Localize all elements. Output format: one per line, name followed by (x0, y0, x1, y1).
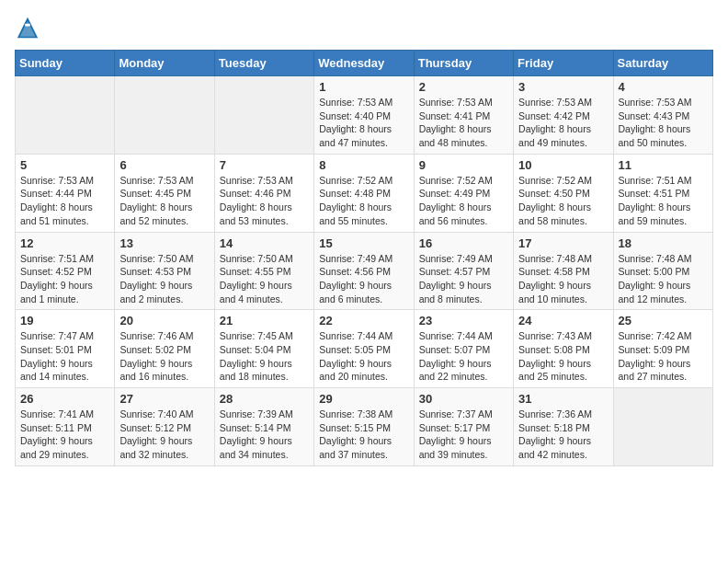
calendar-cell: 11Sunrise: 7:51 AM Sunset: 4:51 PM Dayli… (613, 154, 712, 232)
weekday-header-thursday: Thursday (414, 51, 513, 76)
day-info: Sunrise: 7:53 AM Sunset: 4:46 PM Dayligh… (220, 174, 309, 228)
calendar-cell (115, 76, 214, 155)
day-info: Sunrise: 7:51 AM Sunset: 4:52 PM Dayligh… (20, 252, 109, 306)
day-info: Sunrise: 7:52 AM Sunset: 4:49 PM Dayligh… (419, 174, 508, 228)
logo-icon (15, 15, 40, 40)
calendar-cell: 3Sunrise: 7:53 AM Sunset: 4:42 PM Daylig… (514, 76, 613, 155)
calendar-cell: 9Sunrise: 7:52 AM Sunset: 4:49 PM Daylig… (414, 154, 513, 232)
day-info: Sunrise: 7:53 AM Sunset: 4:45 PM Dayligh… (119, 174, 209, 228)
calendar-cell: 19Sunrise: 7:47 AM Sunset: 5:01 PM Dayli… (16, 310, 115, 388)
day-info: Sunrise: 7:52 AM Sunset: 4:48 PM Dayligh… (319, 174, 408, 228)
weekday-header-wednesday: Wednesday (314, 51, 414, 76)
day-number: 22 (319, 314, 408, 327)
calendar-header: SundayMondayTuesdayWednesdayThursdayFrid… (16, 51, 713, 76)
day-info: Sunrise: 7:48 AM Sunset: 5:00 PM Dayligh… (619, 252, 708, 306)
calendar-cell: 17Sunrise: 7:48 AM Sunset: 4:58 PM Dayli… (514, 232, 613, 310)
day-info: Sunrise: 7:43 AM Sunset: 5:08 PM Dayligh… (518, 329, 608, 384)
calendar-cell: 24Sunrise: 7:43 AM Sunset: 5:08 PM Dayli… (514, 310, 613, 388)
calendar-cell: 20Sunrise: 7:46 AM Sunset: 5:02 PM Dayli… (115, 310, 214, 388)
day-number: 28 (220, 392, 309, 406)
day-number: 21 (220, 314, 309, 327)
day-number: 18 (619, 236, 708, 250)
calendar-week-3: 12Sunrise: 7:51 AM Sunset: 4:52 PM Dayli… (16, 232, 713, 310)
calendar-cell: 21Sunrise: 7:45 AM Sunset: 5:04 PM Dayli… (214, 310, 313, 388)
day-number: 30 (419, 392, 508, 406)
calendar-cell: 31Sunrise: 7:36 AM Sunset: 5:18 PM Dayli… (514, 388, 613, 466)
day-info: Sunrise: 7:48 AM Sunset: 4:58 PM Dayligh… (518, 252, 608, 306)
calendar-cell (16, 76, 115, 155)
calendar-cell: 26Sunrise: 7:41 AM Sunset: 5:11 PM Dayli… (16, 388, 115, 466)
day-info: Sunrise: 7:53 AM Sunset: 4:43 PM Dayligh… (619, 96, 708, 150)
calendar-cell: 4Sunrise: 7:53 AM Sunset: 4:43 PM Daylig… (613, 76, 712, 155)
day-info: Sunrise: 7:44 AM Sunset: 5:07 PM Dayligh… (419, 329, 508, 384)
calendar-cell: 18Sunrise: 7:48 AM Sunset: 5:00 PM Dayli… (613, 232, 712, 310)
day-number: 19 (20, 314, 109, 327)
day-number: 8 (319, 158, 408, 172)
day-info: Sunrise: 7:46 AM Sunset: 5:02 PM Dayligh… (119, 329, 209, 384)
calendar-cell: 14Sunrise: 7:50 AM Sunset: 4:55 PM Dayli… (214, 232, 313, 310)
page-header (15, 15, 713, 40)
day-number: 31 (518, 392, 608, 406)
day-info: Sunrise: 7:44 AM Sunset: 5:05 PM Dayligh… (319, 329, 408, 384)
weekday-header-saturday: Saturday (613, 51, 712, 76)
day-info: Sunrise: 7:50 AM Sunset: 4:55 PM Dayligh… (220, 252, 309, 306)
day-info: Sunrise: 7:45 AM Sunset: 5:04 PM Dayligh… (220, 329, 309, 384)
day-number: 2 (419, 80, 508, 94)
calendar-cell (214, 76, 313, 155)
day-info: Sunrise: 7:42 AM Sunset: 5:09 PM Dayligh… (619, 329, 708, 384)
day-info: Sunrise: 7:53 AM Sunset: 4:42 PM Dayligh… (518, 96, 608, 150)
day-info: Sunrise: 7:47 AM Sunset: 5:01 PM Dayligh… (20, 329, 109, 384)
day-info: Sunrise: 7:50 AM Sunset: 4:53 PM Dayligh… (119, 252, 209, 306)
day-number: 11 (619, 158, 708, 172)
day-info: Sunrise: 7:41 AM Sunset: 5:11 PM Dayligh… (20, 408, 109, 462)
calendar-cell (613, 388, 712, 466)
weekday-header-sunday: Sunday (16, 51, 115, 76)
day-number: 29 (319, 392, 408, 406)
day-info: Sunrise: 7:53 AM Sunset: 4:40 PM Dayligh… (319, 96, 408, 150)
calendar-cell: 30Sunrise: 7:37 AM Sunset: 5:17 PM Dayli… (414, 388, 513, 466)
calendar-cell: 6Sunrise: 7:53 AM Sunset: 4:45 PM Daylig… (115, 154, 214, 232)
day-number: 26 (20, 392, 109, 406)
logo (15, 15, 44, 40)
weekday-header-tuesday: Tuesday (214, 51, 313, 76)
day-number: 10 (518, 158, 608, 172)
calendar-week-2: 5Sunrise: 7:53 AM Sunset: 4:44 PM Daylig… (16, 154, 713, 232)
calendar-cell: 25Sunrise: 7:42 AM Sunset: 5:09 PM Dayli… (613, 310, 712, 388)
calendar-cell: 13Sunrise: 7:50 AM Sunset: 4:53 PM Dayli… (115, 232, 214, 310)
day-info: Sunrise: 7:38 AM Sunset: 5:15 PM Dayligh… (319, 408, 408, 462)
calendar-cell: 28Sunrise: 7:39 AM Sunset: 5:14 PM Dayli… (214, 388, 313, 466)
day-info: Sunrise: 7:37 AM Sunset: 5:17 PM Dayligh… (419, 408, 508, 462)
day-number: 13 (119, 236, 209, 250)
day-info: Sunrise: 7:49 AM Sunset: 4:56 PM Dayligh… (319, 252, 408, 306)
day-number: 6 (119, 158, 209, 172)
calendar-table: SundayMondayTuesdayWednesdayThursdayFrid… (15, 50, 713, 466)
day-info: Sunrise: 7:49 AM Sunset: 4:57 PM Dayligh… (419, 252, 508, 306)
day-number: 23 (419, 314, 508, 327)
day-info: Sunrise: 7:53 AM Sunset: 4:41 PM Dayligh… (419, 96, 508, 150)
calendar-week-5: 26Sunrise: 7:41 AM Sunset: 5:11 PM Dayli… (16, 388, 713, 466)
calendar-cell: 8Sunrise: 7:52 AM Sunset: 4:48 PM Daylig… (314, 154, 414, 232)
day-number: 9 (419, 158, 508, 172)
day-info: Sunrise: 7:36 AM Sunset: 5:18 PM Dayligh… (518, 408, 608, 462)
day-number: 14 (220, 236, 309, 250)
calendar-cell: 15Sunrise: 7:49 AM Sunset: 4:56 PM Dayli… (314, 232, 414, 310)
day-number: 16 (419, 236, 508, 250)
calendar-cell: 22Sunrise: 7:44 AM Sunset: 5:05 PM Dayli… (314, 310, 414, 388)
calendar-cell: 23Sunrise: 7:44 AM Sunset: 5:07 PM Dayli… (414, 310, 513, 388)
day-number: 15 (319, 236, 408, 250)
day-info: Sunrise: 7:53 AM Sunset: 4:44 PM Dayligh… (20, 174, 109, 228)
day-number: 4 (619, 80, 708, 94)
calendar-cell: 2Sunrise: 7:53 AM Sunset: 4:41 PM Daylig… (414, 76, 513, 155)
calendar-cell: 12Sunrise: 7:51 AM Sunset: 4:52 PM Dayli… (16, 232, 115, 310)
day-number: 1 (319, 80, 408, 94)
calendar-cell: 7Sunrise: 7:53 AM Sunset: 4:46 PM Daylig… (214, 154, 313, 232)
svg-rect-2 (25, 24, 30, 27)
weekday-header-monday: Monday (115, 51, 214, 76)
calendar-cell: 10Sunrise: 7:52 AM Sunset: 4:50 PM Dayli… (514, 154, 613, 232)
day-info: Sunrise: 7:40 AM Sunset: 5:12 PM Dayligh… (119, 408, 209, 462)
day-number: 5 (20, 158, 109, 172)
day-number: 27 (119, 392, 209, 406)
calendar-week-1: 1Sunrise: 7:53 AM Sunset: 4:40 PM Daylig… (16, 76, 713, 155)
day-info: Sunrise: 7:51 AM Sunset: 4:51 PM Dayligh… (619, 174, 708, 228)
calendar-week-4: 19Sunrise: 7:47 AM Sunset: 5:01 PM Dayli… (16, 310, 713, 388)
